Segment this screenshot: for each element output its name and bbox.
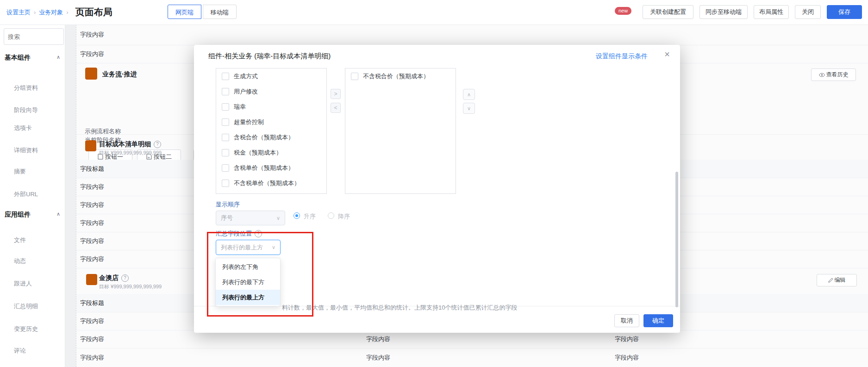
chevron-down-icon: ∨ <box>272 244 275 250</box>
sidebar-section-app[interactable]: 应用组件 ∧ <box>5 211 60 219</box>
checkbox[interactable] <box>222 103 229 111</box>
sidebar-item-files[interactable]: 文件 <box>14 236 26 244</box>
breadcrumb-link-home[interactable]: 设置主页 <box>6 8 31 17</box>
dropdown-option-row-top[interactable]: 列表行的最上方 <box>216 290 280 305</box>
list-item[interactable]: 含税合价（预期成本） <box>216 130 326 145</box>
checkbox[interactable] <box>222 180 229 187</box>
tab-mobile[interactable]: 移动端 <box>203 5 237 19</box>
sidebar-item-group-info[interactable]: 分组资料 <box>14 84 38 92</box>
close-button[interactable]: 关闭 <box>795 5 821 19</box>
sync-to-mobile-button[interactable]: 同步至移动端 <box>699 5 748 19</box>
chevron-down-icon: ∨ <box>467 106 471 111</box>
chevron-down-icon: ∨ <box>276 215 280 221</box>
tab-web[interactable]: 网页端 <box>168 5 201 19</box>
set-display-condition-link[interactable]: 设置组件显示条件 <box>596 52 648 61</box>
breadcrumb-link-object[interactable]: 业务对象 <box>39 8 63 17</box>
confirm-button[interactable]: 确定 <box>643 314 673 327</box>
checkbox[interactable] <box>222 149 229 156</box>
list-item[interactable]: 不含税合价（预期成本） <box>345 68 456 84</box>
sidebar-item-rollup-detail[interactable]: 汇总明细 <box>14 302 38 311</box>
store-card-target: 目标 ¥999,999,999,999,999 <box>99 283 162 290</box>
list-item[interactable]: 含税单价（预期成本） <box>216 160 326 175</box>
save-button[interactable]: 保存 <box>827 5 862 19</box>
field-content-label: 字段内容 <box>80 31 104 39</box>
relation-create-config-button[interactable]: 关联创建配置 <box>643 5 693 19</box>
sidebar-item-activity[interactable]: 动态 <box>14 257 26 265</box>
list-item[interactable]: 生成方式 <box>216 68 326 84</box>
field-row[interactable]: 字段内容 <box>76 25 868 45</box>
component-related-business-dialog: 组件-相关业务 (瑞幸-目标成本清单明细) 设置组件显示条件 × 生成方式 用户… <box>194 45 680 333</box>
view-history-label: 查看历史 <box>826 71 849 78</box>
dropdown-option-bottom-left[interactable]: 列表的左下角 <box>216 259 280 274</box>
ascending-label: 升序 <box>304 212 316 221</box>
sidebar-item-external-url[interactable]: 外部URL <box>14 190 38 199</box>
sidebar-item-follower[interactable]: 跟进人 <box>14 280 32 288</box>
descending-radio[interactable] <box>328 212 334 219</box>
help-icon[interactable]: ? <box>255 230 262 237</box>
selected-fields-list: 不含税合价（预期成本） <box>345 68 456 194</box>
sidebar-item-tab-card[interactable]: 选项卡 <box>14 124 32 132</box>
move-left-button[interactable]: < <box>331 103 341 113</box>
checkbox[interactable] <box>222 88 229 95</box>
component-icon <box>86 274 97 285</box>
sidebar-section-app-label: 应用组件 <box>5 211 31 218</box>
field-content-label: 字段内容 <box>615 354 639 362</box>
field-content-label: 字段内容 <box>80 183 104 191</box>
page-title: 页面布局 <box>75 6 112 19</box>
help-icon[interactable]: ? <box>154 141 161 148</box>
edit-button[interactable]: 编辑 <box>817 274 857 286</box>
sidebar-item-detail-info[interactable]: 详细资料 <box>14 146 38 155</box>
list-item[interactable]: 不含税单价（预期成本） <box>216 175 326 191</box>
field-content-label: 字段内容 <box>80 317 104 325</box>
close-icon[interactable]: × <box>664 50 670 59</box>
sidebar-section-basic[interactable]: 基本组件 ∧ <box>5 54 60 62</box>
field-content-label: 字段内容 <box>80 335 104 343</box>
help-icon[interactable]: ? <box>121 274 129 282</box>
component-icon <box>85 68 97 80</box>
dropdown-option-row-bottom[interactable]: 列表行的最下方 <box>216 274 280 290</box>
collapse-icon: ∧ <box>56 54 60 60</box>
search-input[interactable] <box>4 28 64 45</box>
move-right-button[interactable]: > <box>331 89 341 99</box>
checkbox[interactable] <box>222 164 229 172</box>
field-content-label: 字段内容 <box>80 255 104 263</box>
field-content-label: 字段内容 <box>366 335 390 343</box>
order-field-select[interactable]: 序号 ∨ <box>216 211 285 225</box>
sidebar-item-stage-wizard[interactable]: 阶段向导 <box>14 106 38 114</box>
checkbox[interactable] <box>222 118 229 126</box>
modal-scrollbar-thumb[interactable] <box>675 172 678 307</box>
checkbox[interactable] <box>222 134 229 141</box>
store-card-title: 金澳店? <box>99 274 129 282</box>
ascending-radio[interactable] <box>293 212 300 219</box>
field-content-label: 字段内容 <box>80 237 104 245</box>
sidebar-section-basic-label: 基本组件 <box>5 54 31 61</box>
summary-helper-text: 料计数，最大值，最小值，平均值和总和的统计。上限支持10个统计值已累计汇总的字段 <box>282 304 517 312</box>
pencil-icon <box>828 278 833 283</box>
sidebar-item-change-history[interactable]: 变更历史 <box>14 325 38 333</box>
field-row[interactable]: 字段内容 字段内容 字段内容 <box>76 348 868 367</box>
list-item[interactable]: 用户修改 <box>216 84 326 99</box>
view-history-button[interactable]: 查看历史 <box>811 68 856 81</box>
list-item[interactable]: 税金（预期成本） <box>216 145 326 160</box>
eye-icon <box>819 73 825 77</box>
field-label: 生成方式 <box>234 72 258 81</box>
checkbox[interactable] <box>351 73 358 80</box>
component-sidebar: 基本组件 ∧ 分组资料 阶段向导 选项卡 详细资料 摘要 外部URL 应用组件 … <box>0 25 65 367</box>
move-up-button[interactable]: ∧ <box>463 89 475 100</box>
move-down-button[interactable]: ∨ <box>463 103 475 114</box>
layout-properties-button[interactable]: 布局属性 <box>754 5 789 19</box>
field-content-label: 字段内容 <box>80 354 104 362</box>
breadcrumb-separator-icon: › <box>34 9 36 16</box>
list-item[interactable]: 超量价控制 <box>216 114 326 130</box>
summary-position-dropdown: 列表的左下角 列表行的最下方 列表行的最上方 <box>215 258 281 306</box>
field-label: 税金（预期成本） <box>234 149 282 157</box>
list-item[interactable]: 瑞幸 <box>216 99 326 114</box>
sidebar-item-comments[interactable]: 评论 <box>14 347 26 355</box>
checkbox[interactable] <box>222 73 229 80</box>
cancel-button[interactable]: 取消 <box>614 314 639 327</box>
device-tab-group: 网页端 移动端 <box>168 5 237 19</box>
sidebar-item-summary[interactable]: 摘要 <box>14 168 26 176</box>
list-item[interactable]: 数量（预期成本） <box>216 191 326 194</box>
summary-position-select[interactable]: 列表行的最上方 ∨ <box>216 240 281 255</box>
field-row[interactable]: 字段内容 字段内容 字段内容 <box>76 330 868 348</box>
